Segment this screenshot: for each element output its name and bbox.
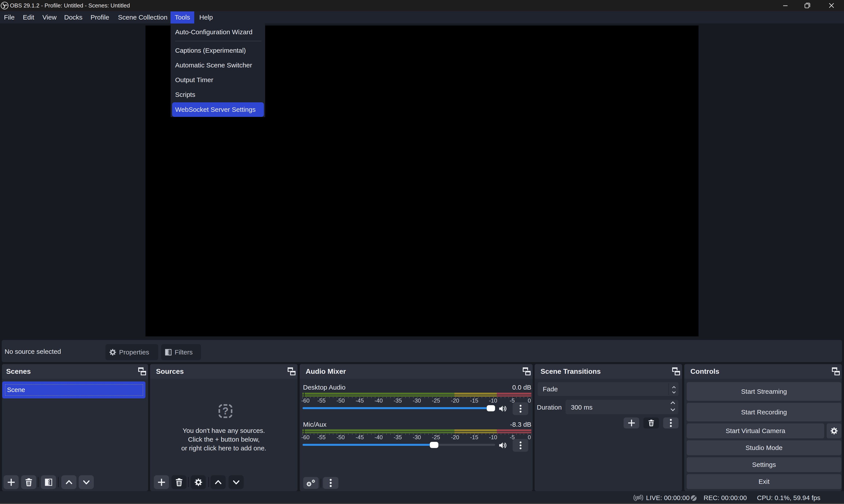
svg-text:?: ? <box>222 405 229 417</box>
